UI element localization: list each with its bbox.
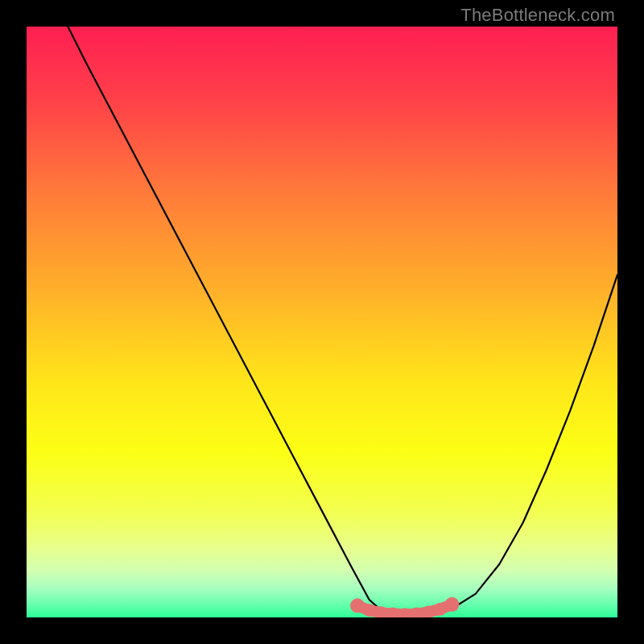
flat-zone-marker	[363, 604, 376, 617]
watermark-text: TheBottleneck.com	[460, 5, 615, 26]
flat-zone-marker	[350, 598, 365, 613]
chart-plot-area	[27, 27, 617, 617]
chart-curve-layer	[27, 27, 617, 617]
flat-zone-marker-group	[350, 597, 459, 617]
bottleneck-curve	[68, 27, 617, 615]
flat-zone-marker	[444, 597, 459, 612]
flat-zone-marker	[434, 603, 447, 616]
